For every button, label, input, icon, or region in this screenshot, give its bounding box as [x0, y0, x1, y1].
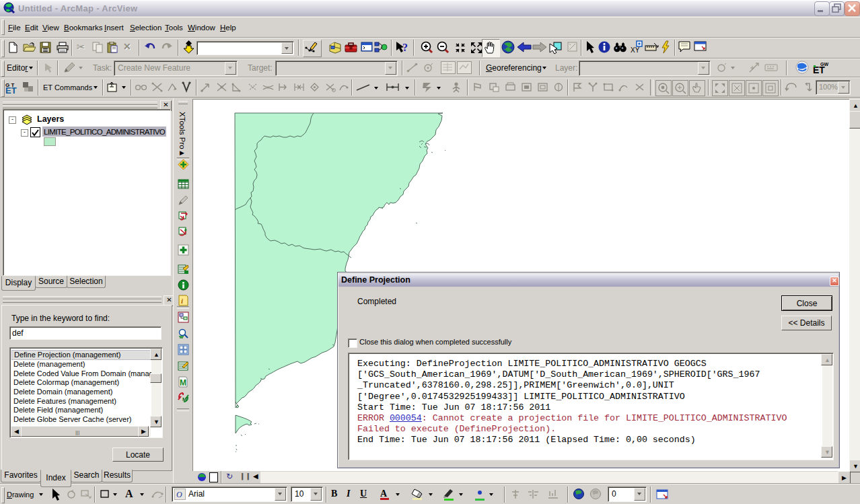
svg-text:?: ? — [402, 42, 408, 53]
svg-text:GW: GW — [820, 62, 828, 67]
svg-text:ET: ET — [5, 85, 17, 95]
svg-text:XY: XY — [631, 46, 640, 54]
svg-text:M: M — [182, 396, 187, 402]
svg-text:A: A — [380, 489, 388, 499]
svg-text:O: O — [176, 490, 182, 499]
svg-text:M: M — [180, 378, 186, 388]
